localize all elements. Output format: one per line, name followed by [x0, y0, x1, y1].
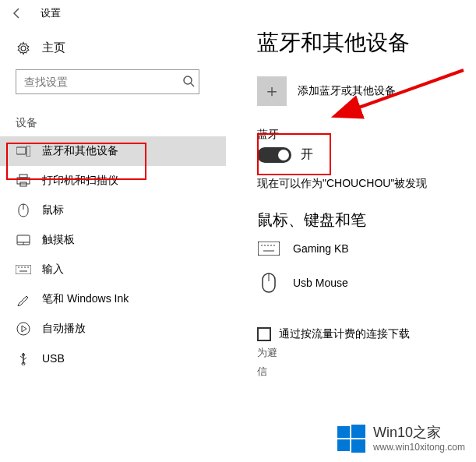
add-device-button[interactable]: ＋ 添加蓝牙或其他设备	[257, 76, 467, 106]
svg-rect-5	[17, 178, 30, 184]
mouse-icon	[257, 273, 280, 293]
gear-icon	[16, 41, 31, 55]
svg-rect-3	[26, 146, 30, 157]
metered-note: 为避	[257, 346, 467, 360]
watermark-url: www.win10xitong.com	[373, 442, 465, 454]
svg-point-18	[17, 323, 30, 335]
touchpad-icon	[16, 235, 31, 245]
svg-rect-35	[337, 439, 350, 451]
svg-point-0	[184, 76, 192, 84]
windows-logo-icon	[336, 423, 367, 454]
printer-icon	[16, 174, 31, 188]
home-label: 主页	[42, 41, 65, 55]
keyboard-icon	[16, 265, 31, 274]
sidebar-item-label: 打印机和扫描仪	[42, 174, 118, 188]
sidebar-item-pen[interactable]: 笔和 Windows Ink	[0, 284, 226, 314]
metered-download-checkbox-row[interactable]: 通过按流量计费的连接下载	[257, 327, 467, 341]
metered-note-2: 信	[257, 365, 467, 379]
bluetooth-heading: 蓝牙	[257, 128, 467, 142]
checkbox-icon[interactable]	[257, 327, 271, 341]
discoverable-text: 现在可以作为"CHOUCHOU"被发现	[257, 177, 467, 191]
sidebar-item-label: 输入	[42, 263, 64, 277]
add-device-label: 添加蓝牙或其他设备	[298, 84, 396, 98]
sidebar-item-label: 自动播放	[42, 322, 86, 336]
svg-line-1	[191, 83, 194, 86]
svg-marker-19	[22, 326, 26, 332]
svg-rect-33	[337, 426, 350, 438]
bluetooth-toggle[interactable]	[257, 147, 291, 163]
usb-icon	[16, 351, 31, 365]
checkbox-label: 通过按流量计费的连接下载	[279, 327, 410, 341]
devices-icon	[16, 146, 31, 157]
svg-rect-22	[258, 242, 280, 256]
autoplay-icon	[16, 322, 31, 336]
watermark-title: Win10之家	[373, 424, 465, 442]
sidebar-item-label: 蓝牙和其他设备	[42, 144, 118, 158]
search-input[interactable]	[16, 69, 199, 94]
toggle-state-label: 开	[301, 146, 313, 163]
svg-rect-2	[16, 147, 26, 154]
mouse-icon	[16, 203, 31, 217]
plus-icon: ＋	[257, 76, 287, 106]
sidebar-item-mouse[interactable]: 鼠标	[0, 196, 226, 225]
svg-rect-12	[16, 265, 31, 274]
svg-rect-36	[351, 439, 365, 453]
watermark: Win10之家 www.win10xitong.com	[331, 420, 470, 457]
sidebar-item-bluetooth[interactable]: 蓝牙和其他设备	[0, 136, 226, 166]
sidebar-group-label: 设备	[0, 110, 226, 136]
sidebar-item-touchpad[interactable]: 触摸板	[0, 225, 226, 255]
pen-icon	[16, 292, 31, 306]
sidebar: 主页 设备 蓝牙和其他设备 打印机和扫描仪 鼠标 触摸板	[0, 26, 226, 462]
page-content: 蓝牙和其他设备 ＋ 添加蓝牙或其他设备 蓝牙 开 现在可以作为"CHOUCHOU…	[257, 28, 467, 379]
home-button[interactable]: 主页	[0, 34, 226, 62]
sidebar-item-usb[interactable]: USB	[0, 344, 226, 373]
back-button[interactable]	[8, 7, 26, 19]
svg-rect-34	[351, 425, 365, 438]
page-title: 蓝牙和其他设备	[257, 28, 467, 58]
device-item[interactable]: Gaming KB	[257, 242, 467, 256]
sidebar-item-printers[interactable]: 打印机和扫描仪	[0, 166, 226, 196]
keyboard-icon	[257, 242, 280, 256]
sidebar-item-label: 触摸板	[42, 233, 75, 247]
sidebar-item-label: USB	[42, 352, 65, 365]
devices-heading: 鼠标、键盘和笔	[257, 210, 467, 231]
sidebar-item-label: 笔和 Windows Ink	[42, 292, 129, 306]
search-icon	[182, 75, 195, 90]
sidebar-item-typing[interactable]: 输入	[0, 255, 226, 284]
sidebar-item-label: 鼠标	[42, 203, 64, 217]
sidebar-item-autoplay[interactable]: 自动播放	[0, 314, 226, 344]
device-name: Usb Mouse	[293, 277, 348, 289]
svg-rect-4	[19, 175, 27, 178]
window-title: 设置	[41, 6, 61, 20]
device-name: Gaming KB	[293, 242, 349, 255]
device-item[interactable]: Usb Mouse	[257, 273, 467, 293]
